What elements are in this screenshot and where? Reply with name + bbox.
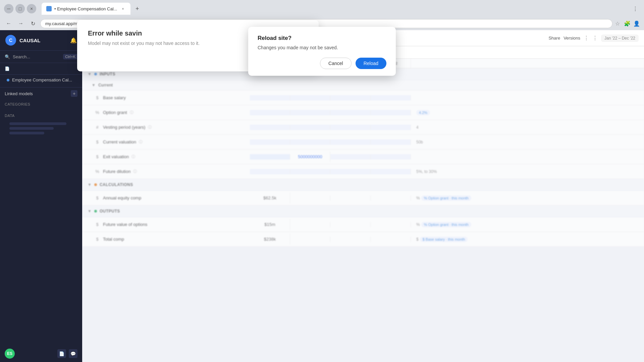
future-val-value-2[interactable] [290, 222, 330, 227]
option-grant-formula-tag: 4.2% [416, 110, 430, 115]
current-val-info-icon[interactable]: ⓘ [139, 139, 143, 144]
var-row-option-grant: % Option grant ⓘ 4.2% [82, 105, 644, 120]
share-label[interactable]: Share [548, 36, 560, 41]
future-dil-value-2[interactable] [290, 169, 330, 174]
browser-more-btn[interactable]: ⋮ [631, 4, 640, 13]
future-val-value[interactable]: $15m [250, 219, 290, 230]
tab-favicon [46, 6, 52, 11]
current-subsection[interactable]: ▼ Current [82, 80, 644, 90]
sidebar-bottom: ES 📄 💬 [0, 345, 82, 362]
future-val-value-3[interactable] [330, 222, 371, 227]
reload-button[interactable]: Reload [356, 58, 386, 69]
total-comp-value[interactable]: $238k [250, 234, 290, 244]
exit-val-value-3[interactable] [330, 154, 371, 160]
total-comp-value-3[interactable] [330, 237, 371, 242]
var-row-total-comp: $ Total comp $238k $ $ Base salary · thi… [82, 232, 644, 247]
option-grant-value-1[interactable] [250, 110, 290, 115]
close-window-btn[interactable]: × [27, 4, 36, 13]
versions-label[interactable]: Versions [564, 36, 580, 41]
future-dil-value-4[interactable] [371, 169, 411, 174]
future-dil-value-1[interactable] [250, 169, 290, 174]
base-salary-value-4[interactable] [371, 95, 411, 101]
model-header-icon: 📄 [5, 66, 10, 71]
total-comp-name: Total comp [103, 237, 124, 242]
future-val-value-4[interactable] [371, 222, 411, 227]
new-tab-button[interactable]: + [132, 4, 142, 13]
doc-icon[interactable]: 📄 [57, 349, 66, 358]
vesting-value-3[interactable] [330, 125, 371, 130]
future-val-name: Future value of options [103, 222, 147, 227]
total-comp-value-4[interactable] [371, 237, 411, 242]
chat-icon[interactable]: 💬 [69, 349, 77, 358]
back-button[interactable]: ← [4, 19, 13, 28]
profile-icon[interactable]: 👤 [633, 20, 640, 27]
vesting-value-2[interactable] [290, 125, 330, 130]
annual-equity-value-4[interactable] [371, 195, 411, 201]
var-cell-total-comp: $ Total comp [82, 234, 250, 244]
more-icon[interactable]: ⋮ [584, 35, 589, 41]
sidebar-bell-icon[interactable]: 🔔 [70, 37, 77, 44]
current-val-value-1[interactable] [250, 139, 290, 145]
total-comp-formula: $ $ Base salary · this month [411, 234, 644, 245]
future-dil-info-icon[interactable]: ⓘ [133, 169, 137, 174]
vesting-value-1[interactable] [250, 125, 290, 130]
minimize-btn[interactable]: ─ [4, 4, 13, 13]
exit-val-value-1[interactable] [250, 154, 290, 160]
current-val-value-3[interactable] [330, 139, 371, 145]
option-grant-formula: 4.2% [411, 107, 644, 118]
reload-actions: Cancel Reload [258, 58, 386, 69]
exit-val-name: Exit valuation [103, 154, 129, 159]
option-grant-value-3[interactable] [330, 110, 371, 115]
var-cell-current-val: $ Current valuation ⓘ [82, 137, 250, 147]
sidebar-model-item[interactable]: Employee Compensation Cal... [0, 75, 82, 85]
future-dil-display: 5%, to 30% [416, 169, 437, 174]
exit-val-info-icon[interactable]: ⓘ [131, 154, 135, 159]
reload-dialog: Reload site? Changes you made may not be… [248, 27, 396, 76]
add-linked-model-btn[interactable]: + [71, 90, 77, 97]
vesting-value-4[interactable] [371, 125, 411, 130]
future-dil-value-3[interactable] [330, 169, 371, 174]
tab-close-icon[interactable]: × [120, 6, 126, 12]
option-grant-info-icon[interactable]: ⓘ [130, 110, 133, 115]
model-item-label: Employee Compensation Cal... [12, 77, 72, 82]
refresh-button[interactable]: ↻ [28, 19, 38, 28]
total-comp-type-icon: $ [94, 237, 100, 242]
base-salary-value-2[interactable] [290, 95, 330, 101]
maximize-btn[interactable]: □ [15, 4, 25, 13]
option-grant-value-4[interactable] [371, 110, 411, 115]
inputs-toggle-icon: ▼ [88, 72, 92, 76]
categories-section: Categories [0, 100, 82, 111]
current-val-value-2[interactable] [290, 139, 330, 145]
current-val-formula: 50b [411, 137, 644, 147]
active-tab[interactable]: • Employee Compensation Cal... × [42, 3, 130, 15]
data-bar-1 [9, 122, 66, 125]
annual-equity-value-2[interactable] [290, 195, 330, 201]
app-layout: C CAUSAL 🔔 🔍 Search... Ctrl+K 📄 Employee… [0, 30, 644, 362]
cancel-button[interactable]: Cancel [320, 58, 352, 69]
total-comp-value-2[interactable] [290, 237, 330, 242]
outputs-section-header[interactable]: ▼ OUTPUTS [82, 205, 644, 217]
forward-button[interactable]: → [16, 19, 25, 28]
base-salary-value-3[interactable] [330, 95, 371, 101]
option-grant-value-2[interactable] [290, 110, 330, 115]
exit-val-value-4[interactable] [371, 154, 411, 160]
formula-percent-icon: % [416, 196, 420, 200]
annual-equity-value[interactable]: $62.5k [250, 193, 290, 203]
linked-models-section: Linked models + [0, 87, 82, 100]
more-icon-2[interactable]: ⋮ [592, 35, 598, 41]
exit-val-value-2[interactable]: 5000000000 [290, 152, 330, 162]
vesting-info-icon[interactable]: ⓘ [148, 125, 152, 130]
base-salary-value-1[interactable] [250, 95, 290, 101]
browser-right-controls: ⋮ [631, 4, 640, 13]
star-icon[interactable]: ☆ [615, 20, 620, 27]
total-comp-formula-icon: $ [416, 237, 419, 242]
current-val-value-4[interactable] [371, 139, 411, 145]
extension-icon[interactable]: 🧩 [624, 20, 631, 27]
calculations-section-header[interactable]: ▼ CALCULATIONS [82, 179, 644, 191]
total-comp-formula-tag: $ Base salary · this month [420, 237, 468, 242]
option-grant-type-icon: % [94, 110, 100, 115]
user-avatar[interactable]: ES [5, 349, 15, 359]
annual-equity-value-3[interactable] [330, 195, 371, 201]
sidebar-search[interactable]: 🔍 Search... Ctrl+K [0, 51, 82, 63]
annual-equity-formula-tag: % Option grant · this month [421, 195, 471, 201]
